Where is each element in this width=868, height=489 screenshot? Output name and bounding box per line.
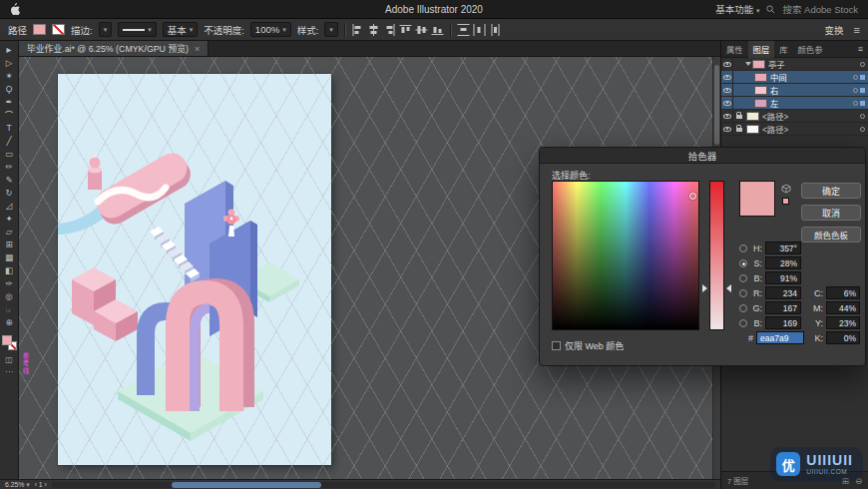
layer-name[interactable]: <路径> xyxy=(762,110,788,122)
yellow-field[interactable]: 23% xyxy=(826,316,860,329)
document-tab[interactable]: 毕业作业.ai* @ 6.25% (CMYK/GPU 预览) × xyxy=(19,41,209,56)
lasso-tool[interactable]: Ϙ xyxy=(1,83,18,96)
visibility-eye-icon[interactable] xyxy=(723,101,731,106)
web-only-checkbox[interactable] xyxy=(552,341,561,350)
layer-name[interactable]: 右 xyxy=(770,84,778,96)
width-tool[interactable]: ✦ xyxy=(1,213,18,226)
type-tool[interactable]: T xyxy=(1,122,18,135)
layer-name[interactable]: <路径> xyxy=(762,123,788,135)
layer-thumbnail[interactable] xyxy=(754,73,767,82)
pencil-tool[interactable]: ✎ xyxy=(1,174,18,187)
black-field[interactable]: 0% xyxy=(826,331,860,344)
blue-radio[interactable] xyxy=(739,319,747,327)
ok-button[interactable]: 确定 xyxy=(801,183,861,199)
blue-field[interactable]: 169 xyxy=(765,316,801,329)
direct-selection-tool[interactable]: ▷ xyxy=(1,57,18,70)
rectangle-tool[interactable]: ▭ xyxy=(1,148,18,161)
saturation-radio[interactable] xyxy=(739,259,747,267)
workspace-switcher[interactable]: 基本功能 ▾ xyxy=(715,2,759,16)
visibility-eye-icon[interactable] xyxy=(723,127,731,132)
saturation-slider[interactable] xyxy=(709,181,724,330)
visibility-eye-icon[interactable] xyxy=(723,62,731,67)
panel-tab-layers[interactable]: 图层 xyxy=(748,41,775,58)
visibility-eye-icon[interactable] xyxy=(723,88,731,93)
cyan-field[interactable]: 6% xyxy=(826,286,860,299)
hue-radio[interactable] xyxy=(739,244,747,252)
pink-block[interactable] xyxy=(72,267,138,341)
visibility-eye-icon[interactable] xyxy=(723,114,731,119)
align-bottom-icon[interactable] xyxy=(431,24,444,36)
layer-name[interactable]: 左 xyxy=(770,97,778,109)
target-circle-icon[interactable] xyxy=(860,114,865,119)
color-swatches-button[interactable]: 颜色色板 xyxy=(801,227,861,243)
gradient-tool[interactable]: ◧ xyxy=(1,264,18,277)
color-field-marker[interactable] xyxy=(689,193,696,200)
slider-arrow-right-icon[interactable] xyxy=(726,284,731,292)
hand-tool[interactable]: ☞ xyxy=(1,303,18,316)
target-circle-icon[interactable] xyxy=(853,88,858,93)
distribute-center-icon[interactable] xyxy=(489,24,502,36)
hue-field[interactable]: 357° xyxy=(765,242,801,254)
panel-menu-icon[interactable]: ≡ xyxy=(854,24,860,36)
layer-row[interactable]: <路径> xyxy=(721,110,868,123)
lock-icon[interactable] xyxy=(736,128,742,132)
color-field[interactable] xyxy=(552,181,699,330)
layer-name[interactable]: 中间 xyxy=(770,71,787,83)
layer-row[interactable]: 中间 xyxy=(721,71,868,84)
target-circle-icon[interactable] xyxy=(860,62,865,67)
fill-pink-swatch[interactable] xyxy=(2,335,12,345)
stroke-color-swatch[interactable] xyxy=(52,24,65,35)
align-top-icon[interactable] xyxy=(399,24,412,36)
vertical-scroll-thumb[interactable] xyxy=(714,65,719,145)
line-segment-tool[interactable]: ╱ xyxy=(1,135,18,148)
gamut-swatch[interactable] xyxy=(782,198,789,205)
fill-stroke-indicator[interactable] xyxy=(2,335,17,350)
web-color-cube-icon[interactable] xyxy=(781,184,791,196)
layer-row[interactable]: 亭子 xyxy=(721,58,868,71)
horizontal-scroll-thumb[interactable] xyxy=(172,482,321,488)
pen-tool[interactable]: ✒ xyxy=(1,96,18,109)
saturation-field[interactable]: 28% xyxy=(765,256,801,269)
expand-triangle-icon[interactable] xyxy=(745,62,751,66)
fill-color-swatch[interactable] xyxy=(33,24,46,35)
brightness-field[interactable]: 91% xyxy=(765,271,801,284)
zoom-level[interactable]: 6.25% ▾ xyxy=(5,481,30,489)
selection-tool[interactable]: ► xyxy=(1,44,18,57)
layer-row[interactable]: <路径> xyxy=(721,123,868,136)
style-dropdown[interactable]: ▾ xyxy=(324,22,338,37)
rotate-tool[interactable]: ↻ xyxy=(1,187,18,200)
top-platform[interactable] xyxy=(88,148,196,230)
target-circle-icon[interactable] xyxy=(853,75,858,80)
stroke-weight-dropdown[interactable]: ▾ xyxy=(99,22,113,37)
scale-tool[interactable]: ◿ xyxy=(1,200,18,213)
cancel-button[interactable]: 取消 xyxy=(801,205,861,221)
horizontal-scrollbar[interactable] xyxy=(52,482,715,488)
curvature-tool[interactable]: ⌒ xyxy=(1,109,18,122)
dock-menu-icon[interactable]: ≡ xyxy=(853,44,868,54)
transform-label[interactable]: 变换 xyxy=(825,23,844,37)
blend-tool[interactable]: ◎ xyxy=(1,290,18,303)
paintbrush-tool[interactable]: ✏ xyxy=(1,161,18,174)
layer-thumbnail[interactable] xyxy=(752,60,765,69)
distribute-horizontal-icon[interactable] xyxy=(473,24,486,36)
free-transform-tool[interactable]: ▱ xyxy=(1,226,18,239)
align-middle-icon[interactable] xyxy=(415,24,428,36)
magic-wand-tool[interactable]: ✶ xyxy=(1,70,18,83)
next-artboard-icon[interactable]: › xyxy=(45,481,47,488)
align-center-horizontal-icon[interactable] xyxy=(367,24,380,36)
red-field[interactable]: 234 xyxy=(765,286,801,299)
target-circle-icon[interactable] xyxy=(853,101,858,106)
magenta-field[interactable]: 44% xyxy=(826,301,860,314)
dialog-title[interactable]: 拾色器 xyxy=(540,148,865,164)
layer-row[interactable]: 右 xyxy=(721,84,868,97)
align-left-icon[interactable] xyxy=(351,24,364,36)
artboard-nav[interactable]: ‹ 1 › xyxy=(35,481,47,488)
brush-dropdown[interactable]: 基本▾ xyxy=(163,22,199,37)
variable-width-dropdown[interactable]: ▾ xyxy=(118,22,157,37)
apple-logo-icon[interactable] xyxy=(10,3,20,15)
panel-tab-libraries[interactable]: 库 xyxy=(774,41,792,58)
brightness-radio[interactable] xyxy=(739,274,747,282)
search-adobe-stock[interactable]: 搜索 Adobe Stock xyxy=(782,2,858,16)
close-tab-icon[interactable]: × xyxy=(195,44,200,54)
align-right-icon[interactable] xyxy=(383,24,396,36)
